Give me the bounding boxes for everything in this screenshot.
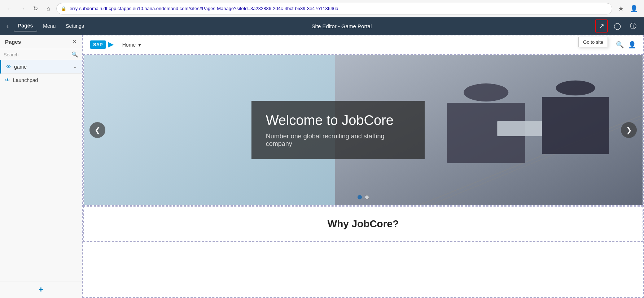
sap-logo: SAP: [90, 40, 114, 49]
svg-point-5: [464, 83, 508, 102]
lock-icon: 🔒: [61, 6, 66, 11]
sidebar-header: Pages ✕: [0, 35, 82, 49]
browser-actions: ★ 👤: [615, 3, 640, 14]
profile-button[interactable]: 👤: [628, 3, 640, 14]
go-to-site-container: ↗ Go to site: [595, 20, 608, 33]
forward-button[interactable]: →: [17, 4, 27, 14]
menu-nav-item[interactable]: Menu: [39, 21, 60, 31]
main-area: Pages ✕ 🔍 👁 game ⌄ 👁 Launchpad +: [0, 35, 644, 298]
preview-area: SAP Home ▼ 🔍 👤: [82, 35, 644, 298]
site-editor-nav: ‹ Pages Menu Settings: [4, 20, 88, 32]
carousel-dot-2[interactable]: [365, 195, 369, 199]
site-header-right-icons: 🔍 👤: [616, 41, 636, 49]
hero-subtitle: Number one global recruiting and staffin…: [266, 133, 410, 148]
sap-triangle-icon: [108, 42, 114, 48]
sidebar-item-launchpad[interactable]: 👁 Launchpad: [0, 74, 82, 87]
help-button[interactable]: ⓘ: [627, 20, 640, 33]
below-hero-section: Why JobCore?: [83, 206, 643, 242]
sidebar-item-game-label: game: [14, 64, 70, 70]
home-nav-label: Home: [122, 42, 136, 48]
go-to-site-tooltip: Go to site: [578, 37, 608, 47]
hero-background: Welcome to JobCore Number one global rec…: [84, 55, 643, 205]
hero-section: Welcome to JobCore Number one global rec…: [83, 54, 643, 206]
svg-marker-0: [108, 42, 114, 48]
site-editor-title: Site Editor - Game Portal: [88, 23, 595, 29]
back-nav-icon[interactable]: ‹: [4, 20, 11, 32]
go-to-site-button[interactable]: ↗: [595, 20, 608, 33]
sidebar-items-list: 👁 game ⌄ 👁 Launchpad: [0, 60, 82, 281]
settings-nav-item[interactable]: Settings: [61, 21, 88, 31]
chevron-down-icon: ⌄: [73, 64, 77, 69]
pages-nav-item[interactable]: Pages: [14, 21, 37, 31]
site-editor-header: ‹ Pages Menu Settings Site Editor - Game…: [0, 17, 644, 35]
sap-logo-mark: SAP: [90, 40, 106, 49]
site-preview-header: SAP Home ▼ 🔍 👤: [83, 35, 643, 54]
search-button[interactable]: 🔍: [71, 51, 78, 58]
carousel-next-button[interactable]: ❯: [621, 122, 637, 138]
browser-toolbar: ← → ↻ ⌂ 🔒 jerry-subdomain.dt.cpp.cfapps.…: [0, 0, 644, 17]
visibility-icon: 👁: [6, 64, 11, 70]
bookmark-star-button[interactable]: ★: [615, 3, 627, 14]
add-page-button[interactable]: +: [39, 285, 43, 294]
svg-rect-8: [542, 97, 609, 154]
svg-point-7: [556, 81, 595, 96]
below-hero-title: Why JobCore?: [98, 218, 628, 230]
sidebar-item-launchpad-label: Launchpad: [13, 77, 77, 83]
search-input[interactable]: [4, 52, 71, 57]
visibility-icon-launchpad: 👁: [5, 77, 10, 83]
sidebar-title: Pages: [5, 39, 21, 45]
sidebar-close-button[interactable]: ✕: [72, 38, 77, 45]
home-button[interactable]: ⌂: [43, 4, 53, 14]
sidebar-footer: +: [0, 281, 82, 298]
sidebar-search-area: 🔍: [0, 49, 82, 60]
header-right-actions: ↗ Go to site ◯ ⓘ: [595, 20, 640, 33]
back-button[interactable]: ←: [4, 4, 14, 14]
home-dropdown-icon: ▼: [137, 42, 142, 48]
address-bar[interactable]: 🔒 jerry-subdomain.dt.cpp.cfapps.eu10.han…: [56, 3, 612, 14]
carousel-prev-button[interactable]: ❮: [89, 122, 105, 138]
sidebar: Pages ✕ 🔍 👁 game ⌄ 👁 Launchpad +: [0, 35, 82, 298]
svg-rect-9: [497, 121, 542, 136]
site-user-icon[interactable]: 👤: [628, 41, 636, 49]
carousel-dots: [358, 195, 369, 199]
home-nav-item[interactable]: Home ▼: [119, 40, 145, 49]
hero-overlay: Welcome to JobCore Number one global rec…: [251, 101, 425, 159]
carousel-dot-1[interactable]: [358, 195, 362, 199]
url-text: jerry-subdomain.dt.cpp.cfapps.eu10.hana.…: [69, 6, 608, 11]
site-search-icon[interactable]: 🔍: [616, 41, 624, 49]
reload-button[interactable]: ↻: [30, 4, 40, 14]
sidebar-item-game[interactable]: 👁 game ⌄: [0, 60, 82, 74]
hero-title: Welcome to JobCore: [266, 113, 410, 128]
user-settings-button[interactable]: ◯: [611, 20, 624, 33]
